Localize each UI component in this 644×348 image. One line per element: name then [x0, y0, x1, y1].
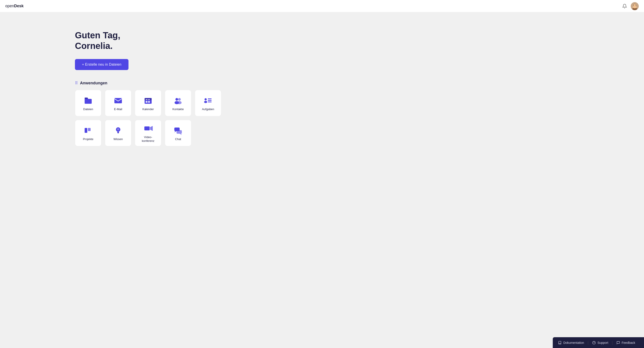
- create-new-button[interactable]: + Erstelle neu in Dateien: [75, 59, 128, 70]
- apps-section-header: ⠿ Anwendungen: [75, 81, 229, 85]
- email-label: E-Mail: [114, 107, 122, 111]
- email-icon: [113, 95, 124, 106]
- apps-section-title: Anwendungen: [80, 81, 107, 85]
- app-header: openDesk: [0, 0, 644, 12]
- feedback-label: Feedback: [622, 341, 635, 345]
- app-card-dateien[interactable]: Dateien: [75, 90, 102, 116]
- projekte-label: Projekte: [83, 137, 94, 141]
- logo-desk: Desk: [14, 4, 24, 8]
- app-card-aufgaben[interactable]: Aufgaben: [195, 90, 221, 116]
- content-area: Guten Tag, Cornelia. + Erstelle neu in D…: [75, 21, 229, 155]
- wissen-icon: [113, 125, 124, 136]
- app-logo[interactable]: openDesk: [5, 4, 24, 8]
- wissen-label: Wissen: [114, 137, 123, 141]
- svg-marker-35: [180, 134, 182, 135]
- chat-icon: [173, 125, 183, 136]
- app-card-email[interactable]: E-Mail: [105, 90, 131, 116]
- footer-bar: Dokumentation | Support | Feedback: [553, 337, 644, 348]
- apps-row-2: Projekte Wissen: [75, 120, 229, 146]
- videokonferenz-label: Video- konferenz: [142, 135, 154, 143]
- user-avatar[interactable]: [631, 2, 639, 10]
- svg-point-20: [204, 101, 207, 103]
- svg-marker-31: [150, 126, 153, 131]
- videokonferenz-icon: [143, 123, 154, 134]
- kalender-icon: [143, 95, 154, 106]
- dokumentation-icon: [558, 341, 562, 345]
- kontakte-icon: [173, 95, 183, 106]
- apps-row-1: Dateien E-Mail: [75, 90, 229, 116]
- notifications-icon[interactable]: [622, 3, 627, 9]
- feedback-icon: [616, 341, 620, 345]
- logo-open: open: [5, 4, 14, 8]
- app-card-kontakte[interactable]: Kontakte: [165, 90, 191, 116]
- footer-dokumentation[interactable]: Dokumentation: [558, 341, 588, 345]
- svg-rect-8: [114, 98, 122, 103]
- support-label: Support: [598, 341, 608, 345]
- app-card-videokonferenz[interactable]: Video- konferenz: [135, 120, 161, 146]
- svg-rect-30: [144, 126, 150, 130]
- greeting-line1: Guten Tag,: [75, 30, 120, 40]
- footer-feedback[interactable]: Feedback: [613, 341, 639, 345]
- apps-grid-icon: ⠿: [75, 81, 78, 85]
- aufgaben-icon: [203, 95, 213, 106]
- kalender-label: Kalender: [142, 107, 154, 111]
- svg-rect-22: [208, 100, 212, 101]
- svg-rect-23: [208, 101, 212, 102]
- svg-rect-12: [148, 101, 150, 103]
- projekte-icon: [83, 125, 94, 136]
- svg-point-19: [204, 98, 207, 100]
- footer-separator-1: |: [588, 340, 589, 345]
- app-card-wissen[interactable]: Wissen: [105, 120, 131, 146]
- svg-point-4: [633, 6, 637, 8]
- svg-rect-28: [118, 133, 119, 133]
- svg-rect-11: [146, 101, 148, 103]
- chat-label: Chat: [175, 137, 181, 141]
- footer-separator-2: |: [612, 340, 613, 345]
- svg-marker-33: [174, 131, 176, 132]
- svg-point-15: [176, 98, 178, 101]
- aufgaben-label: Aufgaben: [202, 107, 214, 111]
- svg-rect-14: [148, 99, 150, 100]
- svg-rect-34: [176, 130, 182, 134]
- dokumentation-label: Dokumentation: [563, 341, 584, 345]
- greeting-line2: Cornelia.: [75, 41, 112, 51]
- app-card-kalender[interactable]: Kalender: [135, 90, 161, 116]
- footer-support[interactable]: Support: [589, 341, 612, 345]
- svg-point-18: [177, 101, 182, 104]
- app-card-projekte[interactable]: Projekte: [75, 120, 102, 146]
- svg-point-16: [178, 98, 181, 101]
- svg-rect-27: [117, 132, 119, 133]
- header-actions: [622, 2, 639, 10]
- svg-rect-24: [85, 128, 87, 133]
- support-icon: [592, 341, 596, 345]
- kontakte-label: Kontakte: [172, 107, 184, 111]
- greeting-heading: Guten Tag, Cornelia.: [75, 30, 229, 51]
- dateien-icon: [83, 95, 94, 106]
- svg-rect-21: [208, 98, 212, 99]
- dateien-label: Dateien: [83, 107, 93, 111]
- main-content: Guten Tag, Cornelia. + Erstelle neu in D…: [0, 0, 644, 348]
- svg-point-29: [117, 128, 119, 130]
- svg-rect-13: [146, 99, 148, 100]
- svg-rect-25: [88, 128, 90, 131]
- svg-rect-7: [85, 98, 88, 99]
- apps-section: ⠿ Anwendungen Dateien: [75, 81, 229, 146]
- app-card-chat[interactable]: Chat: [165, 120, 191, 146]
- avatar-image: [631, 2, 639, 10]
